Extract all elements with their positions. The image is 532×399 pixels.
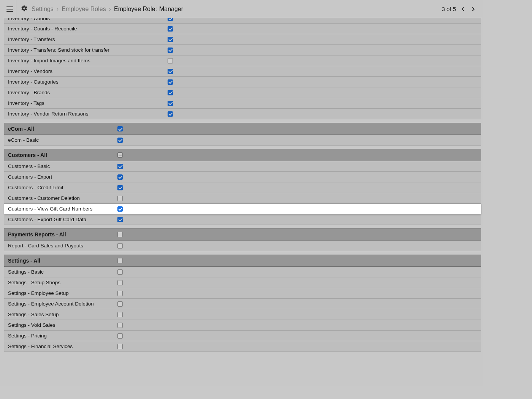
permission-row: Customers - Export Gift Card Data bbox=[4, 214, 481, 225]
breadcrumb-settings[interactable]: Settings bbox=[31, 6, 54, 13]
permission-row: Settings - Employee Account Deletion bbox=[4, 299, 481, 309]
permission-checkbox[interactable] bbox=[168, 79, 173, 85]
permission-group-checkbox[interactable] bbox=[117, 258, 123, 263]
permission-row: Settings - Sales Setup bbox=[4, 309, 481, 320]
permission-row: Inventory - Transfers: Send stock for tr… bbox=[4, 45, 481, 55]
gear-icon bbox=[21, 5, 28, 13]
permission-label: Settings - Void Sales bbox=[8, 322, 117, 328]
header-bar: Settings › Employee Roles › Employee Rol… bbox=[3, 0, 482, 18]
permission-label: Customers - Basic bbox=[8, 163, 117, 169]
permission-row: Inventory - Vendor Return Reasons bbox=[4, 109, 481, 119]
breadcrumb-employee-roles[interactable]: Employee Roles bbox=[61, 6, 107, 13]
permission-checkbox[interactable] bbox=[117, 344, 123, 349]
chevron-right-icon bbox=[470, 5, 476, 13]
permission-checkbox[interactable] bbox=[117, 269, 123, 275]
permission-checkbox[interactable] bbox=[168, 18, 173, 21]
permission-group-header: Customers - All bbox=[4, 149, 481, 161]
permission-label: Customers - View Gift Card Numbers bbox=[8, 206, 117, 212]
breadcrumb-current-prefix: Employee Role: bbox=[113, 6, 158, 13]
permission-checkbox[interactable] bbox=[117, 206, 123, 212]
permission-checkbox[interactable] bbox=[168, 69, 173, 74]
permission-checkbox[interactable] bbox=[117, 243, 123, 249]
permission-label: Customers - Credit Limit bbox=[8, 185, 117, 190]
permission-checkbox[interactable] bbox=[168, 111, 173, 117]
permission-row: Settings - Financial Services bbox=[4, 341, 481, 352]
permission-checkbox[interactable] bbox=[117, 312, 123, 317]
permission-label: Inventory - Vendor Return Reasons bbox=[8, 111, 168, 117]
permission-label: Inventory - Vendors bbox=[8, 68, 168, 74]
permission-label: Inventory - Transfers: Send stock for tr… bbox=[8, 47, 168, 53]
hamburger-menu-button[interactable] bbox=[3, 0, 16, 18]
permission-checkbox[interactable] bbox=[117, 185, 123, 190]
permission-checkbox[interactable] bbox=[117, 280, 123, 285]
permission-group-header: Payments Reports - All bbox=[4, 228, 481, 241]
permission-label: Inventory - Categories bbox=[8, 79, 168, 85]
permission-row: Customers - Credit Limit bbox=[4, 182, 481, 193]
permission-row: Inventory - Counts bbox=[4, 18, 481, 24]
permission-row: Settings - Basic bbox=[4, 267, 481, 277]
permission-checkbox[interactable] bbox=[168, 48, 173, 53]
permission-label: Inventory - Brands bbox=[8, 90, 168, 95]
permission-checkbox[interactable] bbox=[168, 101, 173, 106]
permission-row: Inventory - Counts - Reconcile bbox=[4, 24, 481, 34]
permission-label: Inventory - Transfers bbox=[8, 36, 168, 42]
permission-row: Customers - Export bbox=[4, 172, 481, 182]
permission-label: Report - Card Sales and Payouts bbox=[8, 243, 117, 249]
permission-row: Inventory - Import Images and Items bbox=[4, 55, 481, 66]
permission-group-label: Customers - All bbox=[8, 152, 117, 158]
permission-label: eCom - Basic bbox=[8, 137, 117, 143]
permission-group-checkbox[interactable] bbox=[117, 152, 123, 158]
permission-label: Settings - Employee Account Deletion bbox=[8, 301, 117, 307]
permission-group-label: Payments Reports - All bbox=[8, 231, 117, 238]
permission-group-header: eCom - All bbox=[4, 123, 481, 135]
permission-checkbox[interactable] bbox=[117, 291, 123, 296]
chevron-right-icon: › bbox=[107, 6, 113, 13]
chevron-right-icon: › bbox=[54, 6, 61, 13]
permission-group-header: Settings - All bbox=[4, 255, 481, 267]
permission-row: Customers - View Gift Card Numbers bbox=[4, 204, 481, 214]
chevron-left-icon bbox=[461, 5, 466, 13]
permission-group-checkbox[interactable] bbox=[117, 232, 123, 237]
permission-label: Customers - Export Gift Card Data bbox=[8, 217, 117, 222]
permission-row: Settings - Setup Shops bbox=[4, 277, 481, 288]
permission-checkbox[interactable] bbox=[117, 323, 123, 328]
permission-label: Inventory - Tags bbox=[8, 100, 168, 106]
permission-label: Settings - Employee Setup bbox=[8, 290, 117, 296]
permission-label: Settings - Financial Services bbox=[8, 344, 117, 349]
permission-checkbox[interactable] bbox=[117, 196, 123, 201]
permission-checkbox[interactable] bbox=[117, 333, 123, 339]
permission-label: Settings - Basic bbox=[8, 269, 117, 275]
permission-checkbox[interactable] bbox=[168, 90, 173, 95]
permission-row: Inventory - Tags bbox=[4, 98, 481, 109]
hamburger-icon bbox=[6, 6, 13, 12]
permission-label: Inventory - Import Images and Items bbox=[8, 58, 168, 63]
permission-checkbox[interactable] bbox=[117, 217, 123, 222]
permission-group-checkbox[interactable] bbox=[117, 126, 123, 131]
permission-row: Customers - Basic bbox=[4, 161, 481, 172]
permission-checkbox[interactable] bbox=[168, 26, 173, 32]
permission-row: Inventory - Transfers bbox=[4, 34, 481, 45]
permission-row: Report - Card Sales and Payouts bbox=[4, 241, 481, 251]
permission-checkbox[interactable] bbox=[117, 301, 123, 307]
permission-label: Settings - Sales Setup bbox=[8, 312, 117, 317]
permission-checkbox[interactable] bbox=[117, 138, 123, 143]
record-counter: 3 of 5 bbox=[442, 6, 456, 12]
permission-row: Inventory - Categories bbox=[4, 77, 481, 87]
prev-record-button[interactable] bbox=[458, 0, 468, 18]
permission-row: Settings - Pricing bbox=[4, 331, 481, 341]
permission-checkbox[interactable] bbox=[117, 174, 123, 180]
permission-row: Customers - Customer Deletion bbox=[4, 193, 481, 204]
permission-checkbox[interactable] bbox=[168, 37, 173, 42]
permission-label: Inventory - Counts - Reconcile bbox=[8, 26, 168, 32]
permission-group-label: Settings - All bbox=[8, 258, 117, 264]
permission-group-label: eCom - All bbox=[8, 126, 117, 132]
permission-checkbox[interactable] bbox=[168, 58, 173, 63]
app-frame: Settings › Employee Roles › Employee Rol… bbox=[3, 0, 482, 363]
next-record-button[interactable] bbox=[468, 0, 478, 18]
permission-row: Inventory - Brands bbox=[4, 87, 481, 98]
permission-label: Customers - Customer Deletion bbox=[8, 195, 117, 201]
permission-row: eCom - Basic bbox=[4, 135, 481, 146]
permissions-list: Inventory - CountsInventory - Counts - R… bbox=[3, 18, 482, 363]
breadcrumb-current-value: Manager bbox=[158, 6, 183, 13]
permission-checkbox[interactable] bbox=[117, 164, 123, 169]
